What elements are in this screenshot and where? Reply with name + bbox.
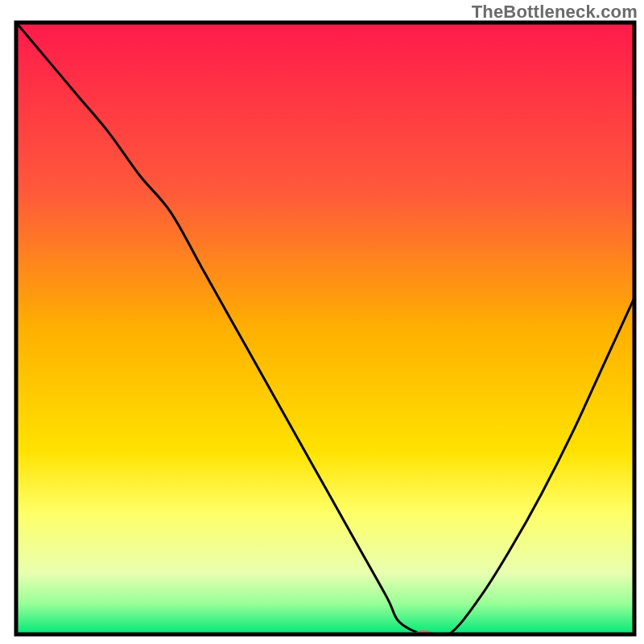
chart-container: TheBottleneck.com: [0, 0, 644, 644]
watermark-text: TheBottleneck.com: [472, 2, 638, 23]
gradient-background: [16, 23, 634, 634]
bottleneck-chart: [0, 0, 644, 644]
